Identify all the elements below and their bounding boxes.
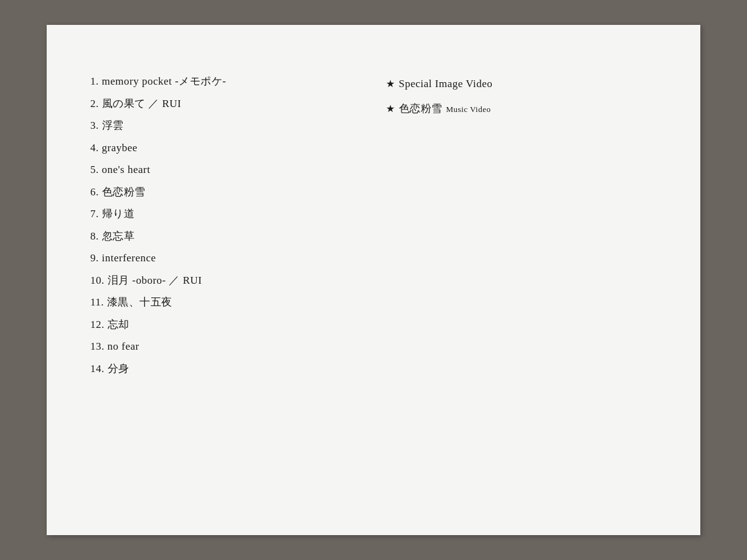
track-item: 9. interference: [90, 250, 361, 266]
paper-sheet: 1. memory pocket -メモポケ-2. 風の果て ／ RUI3. 浮…: [47, 25, 700, 535]
track-item: 10. 泪月 -oboro- ／ RUI: [90, 273, 361, 289]
dvd-item: ★ Special Image Video: [386, 76, 657, 92]
track-item: 8. 忽忘草: [90, 228, 361, 245]
cd-column: 1. memory pocket -メモポケ-2. 風の果て ／ RUI3. 浮…: [90, 62, 361, 498]
track-list: 1. memory pocket -メモポケ-2. 風の果て ／ RUI3. 浮…: [90, 73, 361, 376]
dvd-item-text: Special Image Video: [399, 76, 493, 92]
dvd-item-text: 色恋粉雪: [399, 101, 443, 117]
dvd-list: ★ Special Image Video★ 色恋粉雪 Music Video: [386, 76, 657, 116]
track-item: 13. no fear: [90, 338, 361, 355]
track-item: 4. graybee: [90, 140, 361, 156]
track-item: 11. 漆黒、十五夜: [90, 294, 361, 310]
dvd-item-small-text: Music Video: [446, 103, 491, 116]
dvd-item: ★ 色恋粉雪 Music Video: [386, 101, 657, 117]
track-item: 3. 浮雲: [90, 118, 361, 134]
track-item: 1. memory pocket -メモポケ-: [90, 73, 361, 90]
star-icon: ★: [386, 77, 395, 91]
track-item: 6. 色恋粉雪: [90, 184, 361, 200]
track-item: 5. one's heart: [90, 162, 361, 178]
track-item: 7. 帰り道: [90, 206, 361, 222]
star-icon: ★: [386, 101, 395, 116]
track-item: 12. 忘却: [90, 317, 361, 333]
dvd-column: ★ Special Image Video★ 色恋粉雪 Music Video: [386, 62, 657, 498]
track-item: 2. 風の果て ／ RUI: [90, 96, 361, 112]
track-item: 14. 分身: [90, 361, 361, 377]
